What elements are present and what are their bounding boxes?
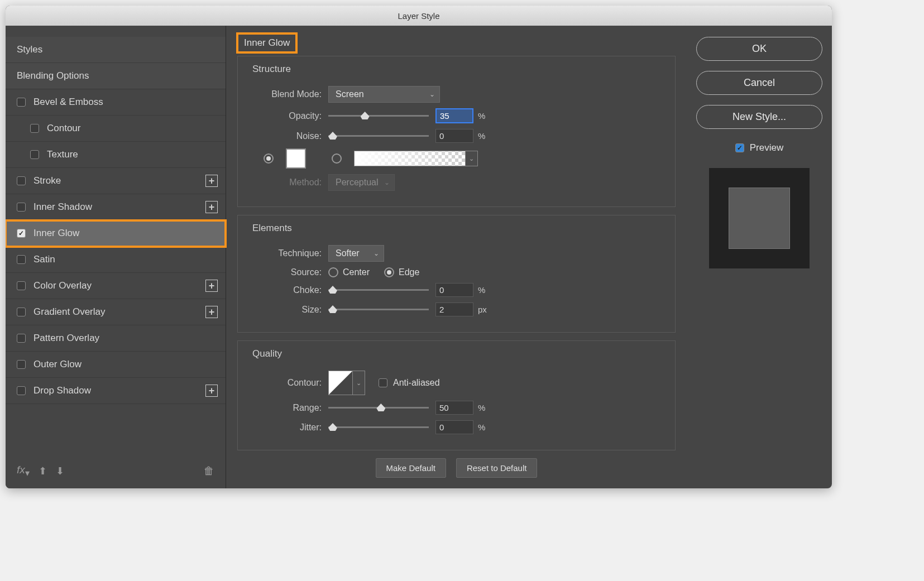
size-label: Size: bbox=[249, 305, 322, 315]
slider-thumb[interactable] bbox=[328, 423, 337, 431]
sidebar-item-bevel-emboss[interactable]: Bevel & Emboss bbox=[6, 89, 226, 116]
technique-dropdown[interactable]: Softer ⌄ bbox=[328, 245, 384, 262]
add-gradient-overlay-icon[interactable]: + bbox=[205, 306, 218, 318]
sidebar-label-gradient-overlay: Gradient Overlay bbox=[33, 306, 106, 318]
contour-label: Contour: bbox=[249, 378, 322, 388]
technique-value: Softer bbox=[336, 248, 360, 258]
blend-mode-dropdown[interactable]: Screen ⌄ bbox=[328, 86, 440, 103]
slider-thumb[interactable] bbox=[328, 305, 337, 313]
sidebar-label-contour: Contour bbox=[47, 123, 80, 134]
noise-slider[interactable] bbox=[328, 135, 429, 137]
slider-thumb[interactable] bbox=[328, 286, 337, 294]
jitter-slider[interactable] bbox=[328, 426, 429, 428]
sidebar-item-satin[interactable]: Satin bbox=[6, 247, 226, 273]
size-slider[interactable] bbox=[328, 309, 429, 310]
opacity-slider[interactable] bbox=[328, 115, 429, 117]
choke-input[interactable] bbox=[435, 283, 473, 297]
checkbox-contour[interactable] bbox=[30, 124, 39, 133]
anti-aliased-label: Anti-aliased bbox=[393, 378, 440, 388]
choke-slider[interactable] bbox=[328, 289, 429, 291]
range-slider[interactable] bbox=[328, 407, 429, 409]
sidebar-label-color-overlay: Color Overlay bbox=[33, 280, 92, 291]
choke-unit: % bbox=[478, 285, 485, 295]
structure-legend: Structure bbox=[249, 64, 294, 75]
checkbox-inner-glow[interactable] bbox=[17, 229, 26, 238]
color-swatch[interactable] bbox=[286, 148, 306, 169]
range-input[interactable] bbox=[435, 401, 473, 415]
opacity-input[interactable] bbox=[435, 108, 473, 123]
sidebar-item-inner-glow[interactable]: Inner Glow bbox=[6, 220, 226, 247]
add-drop-shadow-icon[interactable]: + bbox=[205, 385, 218, 397]
sidebar-item-texture[interactable]: Texture bbox=[6, 142, 226, 168]
checkbox-texture[interactable] bbox=[30, 150, 39, 159]
add-stroke-icon[interactable]: + bbox=[205, 175, 218, 187]
sidebar-label-bevel: Bevel & Emboss bbox=[33, 97, 103, 108]
ok-button[interactable]: OK bbox=[696, 37, 822, 61]
checkbox-outer-glow[interactable] bbox=[17, 360, 26, 369]
jitter-input[interactable] bbox=[435, 420, 473, 434]
preview-label: Preview bbox=[750, 142, 783, 153]
sidebar-item-contour[interactable]: Contour bbox=[6, 116, 226, 142]
checkbox-satin[interactable] bbox=[17, 255, 26, 264]
window-title: Layer Style bbox=[398, 11, 439, 21]
sidebar-item-gradient-overlay[interactable]: Gradient Overlay + bbox=[6, 299, 226, 325]
anti-aliased-checkbox[interactable] bbox=[379, 378, 387, 387]
gradient-dropdown-icon[interactable]: ⌄ bbox=[466, 151, 478, 166]
sidebar-blending-options[interactable]: Blending Options bbox=[6, 63, 226, 89]
add-color-overlay-icon[interactable]: + bbox=[205, 280, 218, 292]
slider-thumb[interactable] bbox=[328, 132, 337, 140]
elements-group: Elements Technique: Softer ⌄ Source: Cen… bbox=[237, 215, 676, 333]
titlebar: Layer Style bbox=[6, 6, 832, 26]
cancel-button[interactable]: Cancel bbox=[696, 71, 822, 95]
layer-style-dialog: Layer Style Styles Blending Options Beve… bbox=[6, 6, 832, 488]
move-down-icon[interactable]: ⬇ bbox=[56, 465, 64, 477]
color-radio[interactable] bbox=[264, 153, 274, 164]
sidebar-item-outer-glow[interactable]: Outer Glow bbox=[6, 352, 226, 378]
opacity-unit: % bbox=[478, 111, 485, 121]
quality-group: Quality Contour: ⌄ Anti-aliased Range: % bbox=[237, 340, 676, 450]
preview-checkbox[interactable] bbox=[735, 143, 744, 152]
noise-input[interactable] bbox=[435, 129, 473, 143]
gradient-picker[interactable] bbox=[354, 151, 466, 166]
move-up-icon[interactable]: ⬆ bbox=[39, 465, 47, 477]
checkbox-inner-shadow[interactable] bbox=[17, 203, 26, 212]
checkbox-drop-shadow[interactable] bbox=[17, 386, 26, 395]
dialog-actions: OK Cancel New Style... Preview bbox=[687, 26, 832, 488]
new-style-button[interactable]: New Style... bbox=[696, 105, 822, 129]
sidebar-item-stroke[interactable]: Stroke + bbox=[6, 168, 226, 194]
checkbox-pattern-overlay[interactable] bbox=[17, 334, 26, 343]
method-value: Perceptual bbox=[336, 177, 379, 187]
sidebar-item-pattern-overlay[interactable]: Pattern Overlay bbox=[6, 325, 226, 352]
contour-picker[interactable] bbox=[328, 371, 353, 395]
slider-thumb[interactable] bbox=[361, 112, 370, 119]
sidebar-label-outer-glow: Outer Glow bbox=[33, 359, 82, 370]
source-center-radio[interactable] bbox=[328, 267, 338, 277]
sidebar-item-drop-shadow[interactable]: Drop Shadow + bbox=[6, 378, 226, 404]
checkbox-bevel[interactable] bbox=[17, 98, 26, 107]
make-default-button[interactable]: Make Default bbox=[376, 458, 446, 478]
sidebar-label-drop-shadow: Drop Shadow bbox=[33, 385, 91, 396]
add-inner-shadow-icon[interactable]: + bbox=[205, 201, 218, 213]
sidebar-label-inner-glow: Inner Glow bbox=[33, 228, 79, 239]
quality-legend: Quality bbox=[249, 348, 285, 359]
sidebar-label-satin: Satin bbox=[33, 254, 55, 265]
trash-icon[interactable]: 🗑 bbox=[204, 465, 214, 477]
sidebar-item-inner-shadow[interactable]: Inner Shadow + bbox=[6, 194, 226, 220]
sidebar-label-inner-shadow: Inner Shadow bbox=[33, 201, 92, 213]
checkbox-stroke[interactable] bbox=[17, 176, 26, 185]
contour-dropdown-icon[interactable]: ⌄ bbox=[353, 371, 365, 395]
sidebar-styles[interactable]: Styles bbox=[6, 37, 226, 63]
reset-default-button[interactable]: Reset to Default bbox=[456, 458, 538, 478]
effect-settings-panel: Inner Glow Structure Blend Mode: Screen … bbox=[226, 26, 687, 488]
gradient-radio[interactable] bbox=[332, 153, 342, 164]
opacity-label: Opacity: bbox=[249, 111, 322, 121]
range-label: Range: bbox=[249, 403, 322, 413]
slider-thumb[interactable] bbox=[376, 404, 385, 411]
checkbox-gradient-overlay[interactable] bbox=[17, 308, 26, 316]
size-input[interactable] bbox=[435, 302, 473, 316]
fx-menu-icon[interactable]: fx▾ bbox=[17, 464, 30, 478]
jitter-unit: % bbox=[478, 422, 485, 432]
source-edge-radio[interactable] bbox=[384, 267, 394, 277]
sidebar-item-color-overlay[interactable]: Color Overlay + bbox=[6, 273, 226, 299]
checkbox-color-overlay[interactable] bbox=[17, 281, 26, 290]
